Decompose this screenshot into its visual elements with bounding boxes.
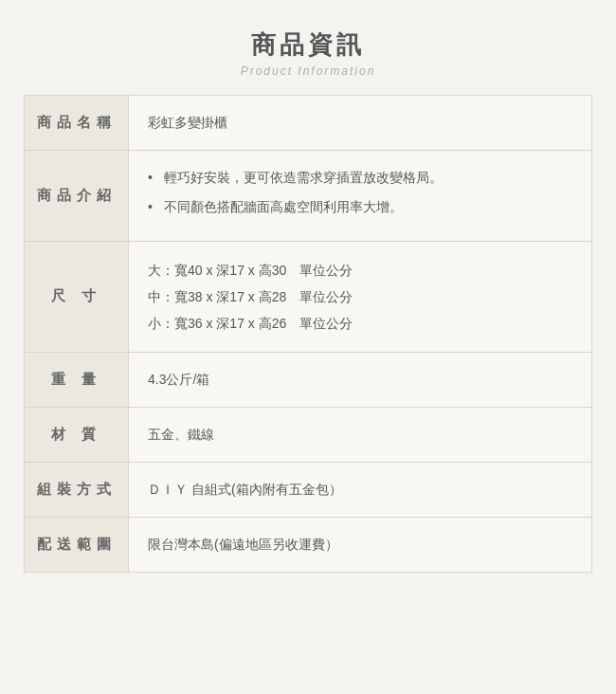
product-info-container: 商品資訊 Product Information 商品名稱彩虹多變掛櫃商品介紹輕…: [24, 19, 592, 573]
dimension-line: 中：寬38 x 深17 x 高28 單位公分: [148, 283, 572, 310]
row-label: 組裝方式: [25, 462, 129, 517]
page-title-en: Product Information: [24, 64, 592, 78]
dimension-line: 大：寬40 x 深17 x 高30 單位公分: [148, 257, 572, 283]
row-value: ＤＩＹ 自組式(箱內附有五金包）: [129, 462, 592, 517]
table-row: 重 量4.3公斤/箱: [25, 352, 592, 407]
page-title-section: 商品資訊 Product Information: [24, 19, 592, 78]
table-row: 組裝方式ＤＩＹ 自組式(箱內附有五金包）: [25, 462, 592, 517]
row-label: 商品介紹: [25, 151, 129, 241]
row-value: 大：寬40 x 深17 x 高30 單位公分中：寬38 x 深17 x 高28 …: [129, 241, 592, 352]
row-value: 4.3公斤/箱: [129, 352, 592, 407]
dimension-line: 小：寬36 x 深17 x 高26 單位公分: [148, 310, 572, 337]
page-title-zh: 商品資訊: [24, 28, 592, 62]
row-label: 尺 寸: [25, 241, 129, 352]
product-info-table: 商品名稱彩虹多變掛櫃商品介紹輕巧好安裝，更可依造需求穿插置放改變格局。不同顏色搭…: [24, 95, 592, 573]
row-value: 五金、鐵線: [129, 407, 592, 462]
table-row: 商品名稱彩虹多變掛櫃: [25, 96, 592, 151]
list-item: 不同顏色搭配牆面高處空間利用率大增。: [148, 195, 572, 219]
table-row: 材 質五金、鐵線: [25, 407, 592, 462]
row-value: 限台灣本島(偏遠地區另收運費）: [129, 518, 592, 573]
table-row: 配送範圍限台灣本島(偏遠地區另收運費）: [25, 518, 592, 573]
row-label: 配送範圍: [25, 518, 129, 573]
row-label: 材 質: [25, 407, 129, 462]
table-row: 商品介紹輕巧好安裝，更可依造需求穿插置放改變格局。不同顏色搭配牆面高處空間利用率…: [25, 151, 592, 241]
row-value: 彩虹多變掛櫃: [129, 96, 592, 151]
table-row: 尺 寸大：寬40 x 深17 x 高30 單位公分中：寬38 x 深17 x 高…: [25, 241, 592, 352]
row-label: 重 量: [25, 352, 129, 407]
row-value: 輕巧好安裝，更可依造需求穿插置放改變格局。不同顏色搭配牆面高處空間利用率大增。: [129, 151, 592, 241]
row-label: 商品名稱: [25, 96, 129, 151]
list-item: 輕巧好安裝，更可依造需求穿插置放改變格局。: [148, 166, 572, 190]
